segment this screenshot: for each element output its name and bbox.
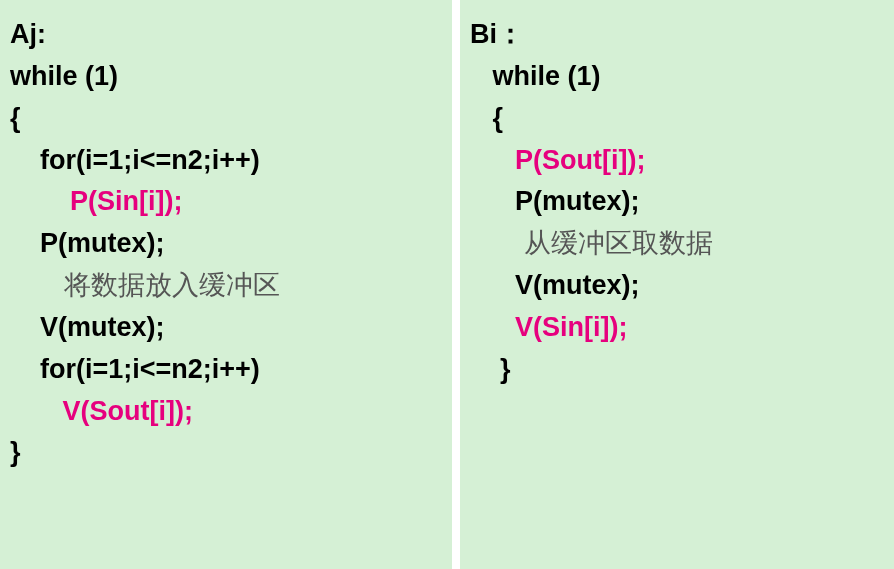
code-comment: 将数据放入缓冲区 bbox=[10, 265, 442, 307]
code-line: } bbox=[10, 432, 442, 474]
right-code-panel: Bi： while (1) { P(Sout[i]); P(mutex); 从缓… bbox=[460, 0, 894, 569]
code-line-highlight: V(Sin[i]); bbox=[470, 307, 884, 349]
code-line: for(i=1;i<=n2;i++) bbox=[10, 349, 442, 391]
left-title: Aj: bbox=[10, 14, 442, 56]
code-comment: 从缓冲区取数据 bbox=[470, 223, 884, 265]
code-line-highlight: P(Sout[i]); bbox=[470, 140, 884, 182]
code-line: while (1) bbox=[10, 56, 442, 98]
code-line: for(i=1;i<=n2;i++) bbox=[10, 140, 442, 182]
right-title: Bi： bbox=[470, 14, 884, 56]
code-line: V(mutex); bbox=[10, 307, 442, 349]
code-line-highlight: V(Sout[i]); bbox=[10, 391, 442, 433]
left-code-panel: Aj: while (1) { for(i=1;i<=n2;i++) P(Sin… bbox=[0, 0, 452, 569]
code-line: } bbox=[470, 349, 884, 391]
code-line: { bbox=[470, 98, 884, 140]
code-line: while (1) bbox=[470, 56, 884, 98]
code-line: { bbox=[10, 98, 442, 140]
code-line-highlight: P(Sin[i]); bbox=[10, 181, 442, 223]
code-line: V(mutex); bbox=[470, 265, 884, 307]
code-line: P(mutex); bbox=[10, 223, 442, 265]
code-line: P(mutex); bbox=[470, 181, 884, 223]
